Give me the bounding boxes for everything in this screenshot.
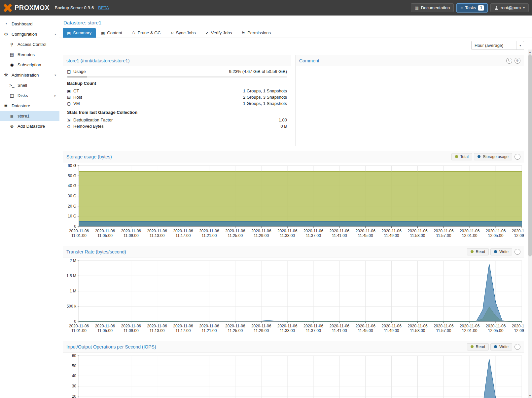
user-icon: [494, 6, 498, 10]
tab-prune-gc[interactable]: ♺ Prune & GC: [127, 28, 165, 38]
reload-icon[interactable]: ↻: [506, 58, 512, 64]
legend-read[interactable]: Read: [467, 248, 489, 255]
legend-write[interactable]: Write: [490, 343, 512, 350]
legend-total[interactable]: Total: [451, 153, 472, 160]
svg-text:2 M: 2 M: [70, 258, 76, 263]
svg-text:2020-11-06: 2020-11-06: [434, 324, 454, 328]
sidebar-item-disks[interactable]: ◫ Disks ▸: [0, 90, 59, 101]
storage-series-dot: [478, 155, 480, 158]
check-icon: ✔: [205, 31, 209, 35]
gear-icon[interactable]: ⚙: [514, 58, 520, 64]
tab-summary[interactable]: ▤ Summary: [63, 28, 96, 38]
tab-content[interactable]: ▦ Content: [97, 28, 126, 38]
collapse-icon[interactable]: –: [514, 249, 520, 255]
sidebar-item-datastore[interactable]: ≣ Datastore: [0, 101, 59, 111]
tab-summary-label: Summary: [73, 30, 91, 35]
flag-icon: ⚑: [241, 31, 245, 35]
collapse-arrow-icon[interactable]: ▾: [54, 73, 56, 77]
documentation-label: Documentation: [421, 5, 450, 10]
svg-text:2020-11-06: 2020-11-06: [69, 229, 89, 233]
scroll-down-icon[interactable]: ▼: [528, 393, 532, 398]
expand-arrow-icon[interactable]: ▸: [54, 94, 56, 97]
iops-title: Input/Output Operations per Second (IOPS…: [66, 344, 156, 349]
svg-text:2020-11-06: 2020-11-06: [303, 229, 324, 233]
dashboard-icon: ◔: [3, 21, 9, 26]
host-value: 2 Groups, 3 Snapshots: [243, 95, 287, 100]
tasks-button[interactable]: ≡ Tasks 1: [456, 3, 488, 13]
svg-text:2020-11-06: 2020-11-06: [408, 229, 428, 233]
remotes-icon: ▤: [9, 52, 15, 57]
comment-text[interactable]: [296, 66, 524, 146]
collapse-icon[interactable]: –: [514, 344, 520, 350]
svg-text:20: 20: [72, 394, 77, 398]
sidebar-item-configuration[interactable]: ⚙ Configuration ▾: [0, 29, 59, 39]
ct-value: 1 Groups, 1 Snapshots: [243, 88, 287, 93]
tab-sync-jobs-label: Sync Jobs: [176, 30, 196, 35]
svg-text:11:45:00: 11:45:00: [358, 233, 373, 238]
trash-icon: ♺: [67, 124, 73, 129]
svg-text:2020-11-06: 2020-11-06: [199, 229, 219, 233]
svg-text:2020-11-06: 2020-11-06: [277, 324, 298, 328]
gear-icon: ⚙: [3, 32, 9, 37]
svg-text:1.5 M: 1.5 M: [66, 274, 76, 278]
svg-text:30: 30: [72, 384, 77, 388]
legend-write[interactable]: Write: [490, 248, 512, 255]
sidebar-item-remotes[interactable]: ▤ Remotes: [0, 50, 59, 60]
sidebar-item-add-datastore[interactable]: ⊕ Add Datastore: [0, 121, 59, 131]
svg-text:11:49:00: 11:49:00: [384, 328, 399, 333]
vm-label: VM: [73, 101, 80, 106]
ct-label: CT: [73, 88, 79, 93]
legend-write-label: Write: [499, 249, 509, 254]
grid-icon: ▦: [101, 31, 105, 35]
gc-stats-title: Stats from last Garbage Collection: [67, 110, 287, 115]
svg-text:11:45:00: 11:45:00: [358, 328, 373, 333]
sidebar-item-shell[interactable]: >_ Shell: [0, 80, 59, 90]
beta-link[interactable]: BETA: [98, 5, 109, 10]
transfer-rate-title: Transfer Rate (bytes/second): [66, 249, 126, 254]
tab-verify-jobs-label: Verify Jobs: [211, 30, 232, 35]
svg-text:11:41:00: 11:41:00: [332, 233, 347, 238]
svg-text:11:41:00: 11:41:00: [332, 328, 347, 333]
svg-text:500 k: 500 k: [67, 304, 77, 309]
sidebar-label-add-datastore: Add Datastore: [18, 124, 45, 129]
sidebar-item-dashboard[interactable]: ◔ Dashboard: [0, 19, 59, 29]
sidebar-label-configuration: Configuration: [12, 32, 37, 37]
svg-text:11:37:00: 11:37:00: [306, 233, 321, 238]
tab-prune-gc-label: Prune & GC: [138, 30, 161, 35]
tab-sync-jobs[interactable]: ↻ Sync Jobs: [166, 28, 200, 38]
page-title: Datastore: store1: [63, 20, 101, 25]
legend-read[interactable]: Read: [467, 343, 489, 350]
legend-storage-usage[interactable]: Storage usage: [474, 153, 512, 160]
svg-text:11:37:00: 11:37:00: [306, 328, 321, 333]
collapse-icon[interactable]: –: [514, 154, 520, 160]
documentation-button[interactable]: ▥ Documentation: [411, 3, 454, 12]
svg-text:2020-11-06: 2020-11-06: [330, 324, 350, 328]
sidebar-label-datastore: Datastore: [12, 103, 30, 108]
user-menu-button[interactable]: root@pam ▾: [490, 3, 529, 12]
svg-text:2020-11-06: 2020-11-06: [303, 324, 324, 328]
scroll-up-icon[interactable]: ▲: [528, 50, 532, 54]
table-row: ▣ CT 1 Groups, 1 Snapshots: [67, 88, 287, 94]
dedup-value: 1.00: [279, 117, 287, 122]
svg-text:60: 60: [72, 353, 77, 358]
collapse-arrow-icon[interactable]: ▾: [54, 32, 56, 36]
sidebar-item-administration[interactable]: ⚒ Administration ▾: [0, 70, 59, 80]
combo-trigger[interactable]: ▾: [516, 41, 524, 50]
vertical-scrollbar[interactable]: ▲ ▼: [528, 50, 532, 398]
storage-usage-title: Storage usage (bytes): [66, 154, 112, 159]
svg-text:2020-11-06: 2020-11-06: [121, 324, 141, 328]
sidebar-item-store1[interactable]: ≣ store1: [0, 111, 59, 121]
timeframe-select[interactable]: Hour (average) ▾: [471, 41, 524, 50]
write-series-dot: [494, 345, 497, 348]
svg-text:12:05:00: 12:05:00: [488, 233, 504, 238]
tab-verify-jobs[interactable]: ✔ Verify Jobs: [201, 28, 236, 38]
svg-text:2020-11-06: 2020-11-06: [381, 324, 402, 328]
sidebar-item-access-control[interactable]: ⚲ Access Control: [0, 39, 59, 50]
svg-text:2020-11-06: 2020-11-06: [512, 324, 524, 328]
tab-permissions[interactable]: ⚑ Permissions: [237, 28, 275, 38]
tasks-icon: ≡: [460, 6, 463, 10]
sidebar-label-administration: Administration: [12, 73, 39, 78]
sidebar-item-subscription[interactable]: ◉ Subscription: [0, 60, 59, 70]
scrollbar-thumb[interactable]: [528, 54, 532, 256]
svg-text:11:33:00: 11:33:00: [280, 233, 295, 238]
